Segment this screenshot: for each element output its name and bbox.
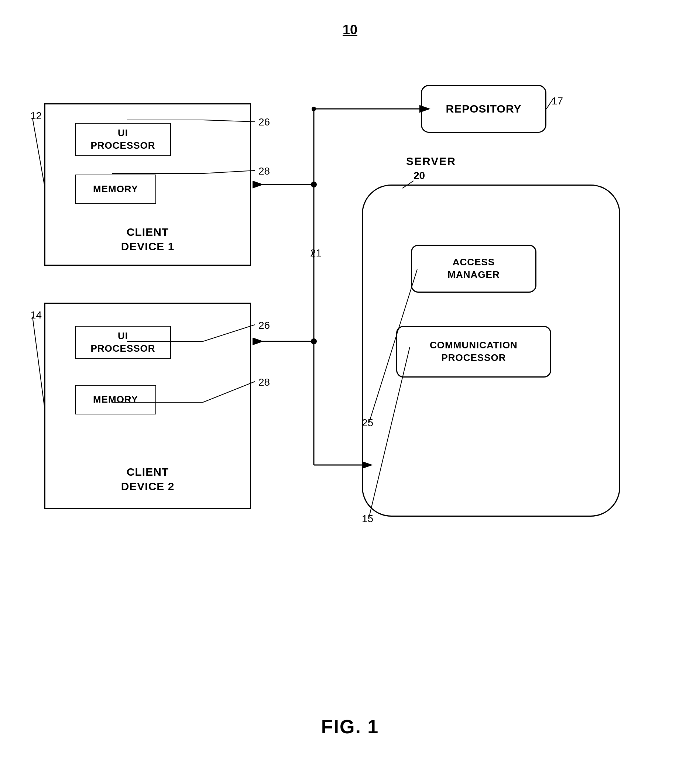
repository-label: REPOSITORY bbox=[446, 103, 521, 115]
diagram: 10 UIPROCESSOR MEMORY CLIENTDEVICE 1 UIP… bbox=[0, 0, 700, 782]
server-box: ACCESSMANAGER COMMUNICATIONPROCESSOR bbox=[362, 185, 620, 517]
ref-26-top: 26 bbox=[258, 116, 270, 128]
figure-caption: FIG. 1 bbox=[321, 715, 379, 738]
client-device-2-box: UIPROCESSOR MEMORY CLIENTDEVICE 2 bbox=[44, 303, 251, 509]
ref-25: 25 bbox=[362, 417, 373, 429]
svg-line-17 bbox=[32, 118, 44, 185]
ref-21: 21 bbox=[310, 247, 322, 259]
repository-box: REPOSITORY bbox=[421, 85, 547, 133]
ref-28-top: 28 bbox=[258, 165, 270, 177]
comm-processor-box: COMMUNICATIONPROCESSOR bbox=[396, 326, 551, 378]
svg-point-24 bbox=[312, 106, 316, 111]
c2-memory-box: MEMORY bbox=[75, 385, 156, 414]
access-manager-box: ACCESSMANAGER bbox=[411, 245, 537, 293]
ref-26-bot: 26 bbox=[258, 319, 270, 331]
c1-ui-processor-box: UIPROCESSOR bbox=[75, 123, 171, 156]
c2-label: CLIENTDEVICE 2 bbox=[45, 464, 250, 493]
server-ref: 20 bbox=[413, 170, 425, 181]
ref-28-bot: 28 bbox=[258, 376, 270, 388]
ref-17: 17 bbox=[552, 95, 563, 107]
svg-point-4 bbox=[311, 181, 317, 188]
server-label: SERVER bbox=[406, 155, 456, 168]
svg-line-18 bbox=[32, 317, 44, 406]
client-device-1-box: UIPROCESSOR MEMORY CLIENTDEVICE 1 bbox=[44, 103, 251, 266]
ref-15: 15 bbox=[362, 513, 373, 525]
figure-number: 10 bbox=[343, 22, 357, 38]
c2-ui-processor-box: UIPROCESSOR bbox=[75, 326, 171, 359]
c1-label: CLIENTDEVICE 1 bbox=[45, 225, 250, 253]
c1-memory-box: MEMORY bbox=[75, 175, 156, 204]
ref-12: 12 bbox=[30, 110, 42, 122]
ref-14: 14 bbox=[30, 309, 42, 321]
svg-point-6 bbox=[311, 338, 317, 344]
